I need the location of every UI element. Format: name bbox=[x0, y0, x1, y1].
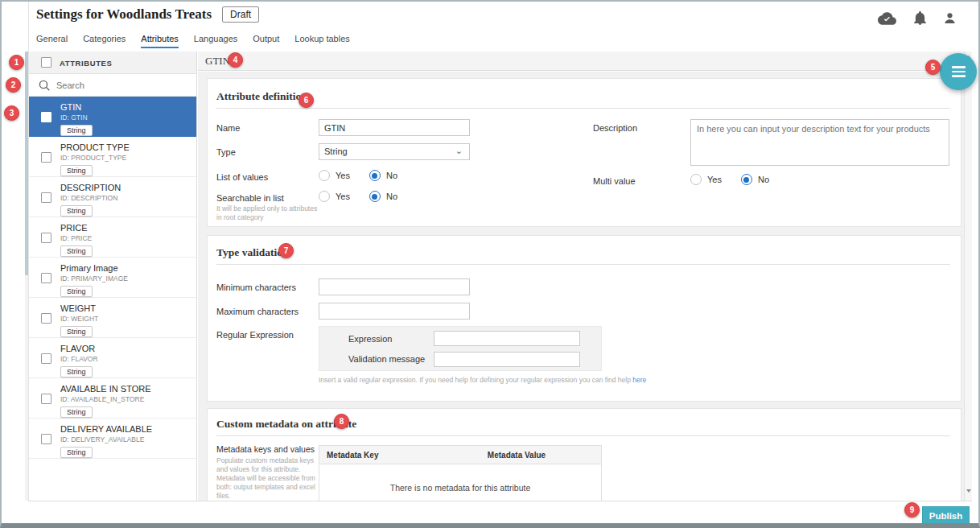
attribute-list-item[interactable]: GTIN ID: GTIN String bbox=[29, 97, 196, 137]
annotation-callout: 5 bbox=[925, 60, 941, 75]
annotation-callout: 1 bbox=[9, 55, 24, 70]
attribute-list-item[interactable]: DELIVERY AVAILABLE ID: DELIVERY_AVAILABL… bbox=[29, 419, 196, 459]
attribute-type-badge: String bbox=[60, 286, 93, 297]
attribute-name: GTIN bbox=[60, 102, 193, 112]
selected-attribute-title: GTIN bbox=[205, 55, 230, 68]
annotation-callout: 9 bbox=[904, 502, 920, 518]
attribute-type-badge: String bbox=[60, 165, 93, 176]
no-label: No bbox=[758, 175, 769, 184]
attribute-list-item[interactable]: PRODUCT TYPE ID: PRODUCT_TYPE String bbox=[29, 137, 196, 177]
regex-help-link[interactable]: here bbox=[632, 376, 646, 384]
detail-header: GTIN bbox=[198, 52, 964, 71]
menu-fab-button[interactable] bbox=[940, 53, 977, 90]
attribute-type-badge: String bbox=[60, 125, 93, 136]
attribute-checkbox[interactable] bbox=[41, 353, 51, 364]
multi-value-yes-radio[interactable] bbox=[690, 174, 702, 185]
metadata-table-header: Metadata Key Metadata Value bbox=[319, 446, 601, 464]
attribute-id: ID: DESCRIPTION bbox=[60, 194, 193, 202]
tab[interactable]: Categories bbox=[83, 34, 126, 48]
attribute-checkbox[interactable] bbox=[41, 152, 51, 163]
detail-content: Attribute definition Name Type String ⌄ … bbox=[198, 72, 964, 501]
cloud-sync-icon[interactable] bbox=[878, 12, 896, 25]
attribute-list-item[interactable]: DESCRIPTION ID: DESCRIPTION String bbox=[29, 177, 196, 217]
sidebar-search bbox=[29, 74, 196, 97]
annotation-callout: 4 bbox=[228, 52, 243, 68]
account-icon[interactable] bbox=[944, 12, 956, 24]
tab[interactable]: Attributes bbox=[141, 34, 178, 48]
attribute-type-badge: String bbox=[60, 366, 93, 377]
type-select[interactable]: String ⌄ bbox=[319, 143, 470, 160]
list-of-values-no-radio[interactable] bbox=[369, 170, 381, 181]
annotation-callout: 3 bbox=[4, 105, 19, 121]
attribute-list-item[interactable]: FLAVOR ID: FLAVOR String bbox=[29, 338, 196, 378]
searchable-radios: Yes No bbox=[319, 191, 417, 202]
attribute-type-badge: String bbox=[60, 245, 93, 257]
attribute-list-item[interactable]: AVAILABLE IN STORE ID: AVAILABLE_IN_STOR… bbox=[29, 378, 196, 419]
app-header: Settings for Woodlands Treats Draft bbox=[36, 6, 259, 23]
tab[interactable]: Lookup tables bbox=[294, 34, 350, 48]
attribute-checkbox[interactable] bbox=[41, 233, 51, 243]
tab[interactable]: Output bbox=[253, 34, 279, 48]
tab-bar: GeneralCategoriesAttributesLanguagesOutp… bbox=[36, 34, 350, 48]
attribute-id: ID: PRODUCT_TYPE bbox=[60, 154, 193, 162]
attribute-type-badge: String bbox=[60, 205, 93, 217]
attribute-list-item[interactable]: PRICE ID: PRICE String bbox=[29, 217, 196, 258]
searchable-no-radio[interactable] bbox=[369, 191, 381, 202]
hamburger-icon bbox=[952, 66, 966, 68]
attribute-checkbox[interactable] bbox=[41, 112, 51, 122]
max-characters-input[interactable] bbox=[319, 303, 470, 320]
custom-metadata-card: Custom metadata on attribute Metadata ke… bbox=[207, 408, 961, 501]
name-input[interactable] bbox=[319, 119, 470, 136]
sidebar-header-label: ATTRIBUTES bbox=[60, 59, 112, 68]
annotation-callout: 7 bbox=[278, 243, 294, 258]
regex-label: Regular Expression bbox=[216, 330, 294, 340]
name-label: Name bbox=[216, 123, 240, 133]
list-of-values-yes-radio[interactable] bbox=[319, 170, 330, 181]
header-divider bbox=[28, 2, 29, 52]
chevron-down-icon: ⌄ bbox=[455, 146, 463, 156]
metadata-key-column-header: Metadata Key bbox=[319, 451, 432, 460]
main-scrollbar[interactable] bbox=[964, 52, 972, 501]
attribute-type-badge: String bbox=[60, 326, 93, 337]
sidebar-header: ATTRIBUTES bbox=[29, 52, 196, 74]
attribute-id: ID: WEIGHT bbox=[60, 315, 193, 323]
attribute-checkbox[interactable] bbox=[41, 394, 51, 404]
searchable-yes-radio[interactable] bbox=[319, 191, 330, 202]
attributes-sidebar: ATTRIBUTES GTIN ID: GTIN String PRODUCT … bbox=[28, 52, 197, 501]
multi-value-no-radio[interactable] bbox=[741, 174, 752, 185]
description-textarea[interactable] bbox=[690, 119, 949, 166]
search-icon bbox=[39, 80, 50, 91]
attribute-list-item[interactable]: WEIGHT ID: WEIGHT String bbox=[29, 298, 196, 338]
attribute-checkbox[interactable] bbox=[41, 434, 51, 444]
select-all-checkbox[interactable] bbox=[41, 57, 51, 68]
footer-bar bbox=[28, 501, 972, 525]
attribute-type-badge: String bbox=[60, 406, 93, 418]
attribute-name: PRICE bbox=[60, 223, 193, 233]
validation-message-input[interactable] bbox=[434, 352, 580, 367]
attribute-checkbox[interactable] bbox=[41, 313, 51, 324]
tab[interactable]: Languages bbox=[194, 34, 237, 48]
multi-value-label: Multi value bbox=[593, 176, 636, 186]
attribute-name: PRODUCT TYPE bbox=[60, 142, 193, 152]
scroll-down-arrow-icon[interactable] bbox=[966, 489, 971, 493]
tab[interactable]: General bbox=[36, 34, 68, 48]
max-characters-label: Maximum characters bbox=[216, 307, 299, 316]
attribute-name: DELIVERY AVAILABLE bbox=[60, 424, 193, 434]
expression-input[interactable] bbox=[434, 331, 580, 346]
searchable-helper: It will be applied only to attributes in… bbox=[216, 204, 323, 222]
annotation-callout: 8 bbox=[334, 414, 349, 429]
regex-helper: Insert a valid regular expression. If yo… bbox=[319, 376, 769, 385]
notifications-icon[interactable] bbox=[914, 11, 926, 25]
attribute-name: Primary Image bbox=[60, 263, 193, 273]
attribute-list-item[interactable]: Primary Image ID: PRIMARY_IMAGE String bbox=[29, 258, 196, 298]
description-label: Description bbox=[593, 123, 637, 133]
attribute-id: ID: PRIMARY_IMAGE bbox=[60, 274, 193, 283]
search-input[interactable] bbox=[56, 77, 189, 93]
min-characters-label: Minimum characters bbox=[216, 283, 296, 292]
attribute-checkbox[interactable] bbox=[41, 273, 51, 283]
metadata-keys-label: Metadata keys and values bbox=[216, 444, 315, 454]
attribute-checkbox[interactable] bbox=[41, 192, 51, 203]
yes-label: Yes bbox=[336, 171, 350, 180]
min-characters-input[interactable] bbox=[319, 278, 470, 295]
publish-button[interactable]: Publish bbox=[922, 506, 970, 525]
